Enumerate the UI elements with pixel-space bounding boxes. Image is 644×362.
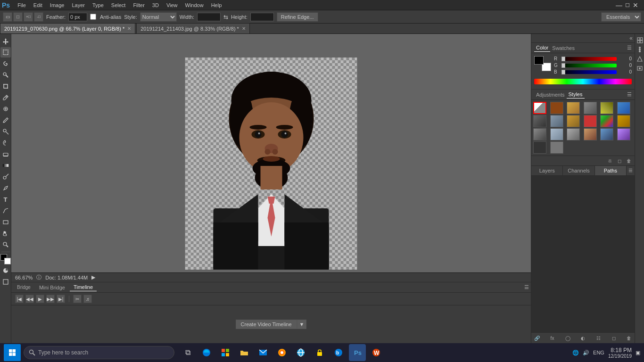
history-brush-tool-btn[interactable]	[0, 138, 11, 148]
start-button[interactable]	[4, 344, 21, 361]
window-restore-btn[interactable]: ◻	[625, 1, 630, 9]
foreground-background-colors[interactable]	[0, 254, 11, 264]
style-swatch-7[interactable]	[533, 115, 546, 127]
workspace-select[interactable]: Essentials	[601, 12, 641, 22]
tab1-close-icon[interactable]: ✕	[127, 26, 131, 31]
style-swatch-2[interactable]	[550, 102, 563, 114]
shape-tool-btn[interactable]	[0, 217, 11, 227]
dodge-tool-btn[interactable]	[0, 172, 11, 182]
style-swatch-16[interactable]	[584, 128, 597, 140]
style-swatch-4[interactable]	[584, 102, 597, 114]
style-select[interactable]: Normal Fixed Ratio Fixed Size	[140, 12, 177, 22]
styles-add-icon[interactable]: ⛭	[606, 157, 614, 165]
eyedropper-tool-btn[interactable]	[0, 92, 11, 103]
screen-mode-btn[interactable]	[0, 277, 11, 287]
style-swatch-14[interactable]	[550, 128, 563, 140]
taskbar-lang[interactable]: ENG	[593, 350, 604, 355]
crop-tool-btn[interactable]	[0, 81, 11, 91]
task-view-btn[interactable]: ⧉	[179, 344, 196, 361]
style-swatch-15[interactable]	[567, 128, 580, 140]
layers-fx-icon[interactable]: fx	[549, 334, 556, 342]
menu-window[interactable]: Window	[182, 1, 207, 9]
layers-group-icon[interactable]: ☷	[594, 334, 602, 342]
style-swatch-6[interactable]	[617, 102, 630, 114]
office-btn[interactable]: W	[368, 344, 385, 361]
subtract-btn[interactable]: -□	[34, 12, 43, 22]
feather-input[interactable]	[68, 13, 87, 21]
ps-taskbar-btn[interactable]: Ps	[349, 344, 366, 361]
layers-delete-icon[interactable]: 🗑	[625, 334, 633, 342]
taskbar-notification-icon[interactable]: ▣	[636, 350, 640, 356]
style-swatch-17[interactable]	[600, 128, 613, 140]
layers-adjustment-icon[interactable]: ◐	[579, 334, 587, 342]
styles-new-icon[interactable]: ◻	[616, 157, 623, 165]
fg-bg-color-picker[interactable]	[534, 56, 551, 71]
menu-image[interactable]: Image	[46, 1, 68, 9]
menu-filter[interactable]: Filter	[129, 1, 148, 9]
style-swatch-19[interactable]	[533, 141, 546, 154]
tab-timeline[interactable]: Timeline	[70, 283, 97, 291]
tab2-close-icon[interactable]: ✕	[242, 26, 246, 31]
create-video-timeline-button[interactable]: Create Video Timeline	[236, 320, 297, 329]
gradient-tool-btn[interactable]	[0, 160, 11, 171]
zoom-tool-btn[interactable]	[0, 239, 11, 250]
menu-file[interactable]: File	[14, 1, 30, 9]
timeline-end-btn[interactable]: ▶|	[57, 295, 65, 303]
hand-tool-btn[interactable]	[0, 228, 11, 239]
timeline-play-btn[interactable]: ▶	[36, 295, 44, 303]
color-panel-menu-icon[interactable]: ☰	[627, 45, 632, 51]
canvas-area[interactable]	[11, 34, 531, 272]
g-slider-thumb[interactable]	[561, 63, 565, 68]
fixed-ratio-btn[interactable]: □	[13, 12, 23, 22]
ie-btn[interactable]	[292, 344, 309, 361]
tab-layers[interactable]: Layers	[531, 166, 563, 175]
timeline-cut-btn[interactable]: ✂	[73, 295, 82, 303]
menu-view[interactable]: View	[163, 1, 182, 9]
firefox-btn[interactable]	[273, 344, 290, 361]
spectrum-bar[interactable]	[534, 79, 632, 84]
lock-btn[interactable]	[311, 344, 328, 361]
path-select-tool-btn[interactable]	[0, 206, 11, 216]
layers-panel-menu-icon[interactable]: ☰	[627, 166, 635, 175]
style-swatch-12[interactable]	[617, 115, 630, 127]
timeline-next-btn[interactable]: ▶▶	[46, 295, 55, 303]
r-slider-thumb[interactable]	[561, 57, 565, 61]
layers-new-icon[interactable]: ◻	[610, 334, 618, 342]
move-tool-btn[interactable]	[0, 36, 11, 46]
tab-channels[interactable]: Channels	[563, 166, 594, 175]
width-input[interactable]	[197, 13, 221, 21]
store-btn[interactable]	[217, 344, 234, 361]
style-swatch-11[interactable]	[600, 115, 613, 127]
brush-tool-btn[interactable]	[0, 115, 11, 125]
window-close-btn[interactable]: ✕	[633, 1, 638, 9]
ri-btn-4[interactable]	[636, 64, 644, 73]
edge-btn[interactable]	[198, 344, 215, 361]
bottom-panel-settings-icon[interactable]: ☰	[524, 284, 529, 290]
adjustments-tab[interactable]: Adjustments	[534, 91, 567, 99]
status-arrow[interactable]: ▶	[91, 274, 95, 280]
b-slider-track[interactable]	[561, 70, 617, 74]
bing-btn[interactable]: b	[330, 344, 347, 361]
ri-btn-3[interactable]	[636, 55, 644, 63]
taskbar-network-icon[interactable]: 🌐	[572, 350, 579, 356]
tab-paths[interactable]: Paths	[595, 166, 627, 175]
style-swatch-20[interactable]	[550, 141, 563, 154]
anti-alias-checkbox[interactable]	[90, 14, 96, 20]
menu-edit[interactable]: Edit	[30, 1, 46, 9]
menu-3d[interactable]: 3D	[149, 1, 163, 9]
create-video-timeline-dropdown[interactable]: ▼	[297, 320, 307, 329]
spot-heal-tool-btn[interactable]	[0, 104, 11, 114]
refine-edge-button[interactable]: Refine Edge...	[277, 12, 318, 22]
rect-marquee-tool-btn[interactable]	[0, 47, 11, 58]
timeline-prev-btn[interactable]: ◀◀	[25, 295, 34, 303]
taskbar-search[interactable]: Type here to search	[24, 346, 174, 359]
type-tool-btn[interactable]: T	[0, 194, 11, 205]
panel-collapse-btn[interactable]: «	[629, 35, 633, 41]
menu-help[interactable]: Help	[207, 1, 226, 9]
ri-btn-2[interactable]	[636, 45, 644, 54]
taskbar-clock[interactable]: 8:18 PM 12/19/2019	[608, 347, 632, 359]
quick-mask-btn[interactable]	[0, 265, 11, 276]
layers-link-icon[interactable]: 🔗	[533, 334, 541, 342]
tab-document-1[interactable]: 20191219_070630.png @ 66.7% (Layer 0, RG…	[0, 23, 135, 33]
style-swatch-18[interactable]	[617, 128, 630, 140]
